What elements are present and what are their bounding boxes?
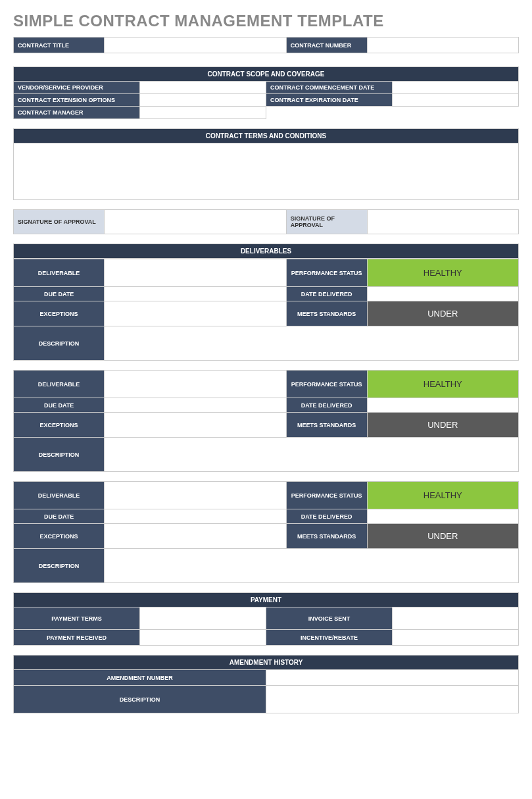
input-deliverable-3[interactable]	[105, 482, 286, 509]
label-expiration: CONTRACT EXPIRATION DATE	[266, 94, 393, 107]
value-standards-1[interactable]: UNDER	[367, 301, 518, 326]
label-vendor: VENDOR/SERVICE PROVIDER	[14, 82, 140, 94]
page-title: SIMPLE CONTRACT MANAGEMENT TEMPLATE	[13, 12, 519, 30]
label-contract-number: CONTRACT NUMBER	[286, 38, 367, 53]
input-due-3[interactable]	[105, 509, 286, 524]
deliverable-block-3: DELIVERABLE PERFORMANCE STATUS HEALTHY D…	[13, 481, 519, 583]
label-standards: MEETS STANDARDS	[286, 301, 367, 326]
input-signature-left[interactable]	[105, 210, 286, 234]
label-invoice-sent: INVOICE SENT	[266, 607, 393, 630]
input-description-1[interactable]	[105, 326, 519, 361]
label-payment-received: PAYMENT RECEIVED	[14, 630, 140, 646]
input-signature-right[interactable]	[367, 210, 518, 234]
input-due-1[interactable]	[105, 287, 286, 301]
label-performance: PERFORMANCE STATUS	[286, 259, 367, 287]
label-manager: CONTRACT MANAGER	[14, 107, 140, 119]
input-payment-received[interactable]	[140, 630, 266, 646]
label-extension: CONTRACT EXTENSION OPTIONS	[14, 94, 140, 107]
deliverable-block-1: DELIVERABLE PERFORMANCE STATUS HEALTHY D…	[13, 259, 519, 361]
label-due: DUE DATE	[14, 398, 105, 413]
deliverables-header-table: DELIVERABLES	[13, 244, 519, 259]
deliverables-header: DELIVERABLES	[14, 244, 519, 259]
input-delivered-3[interactable]	[367, 509, 518, 524]
input-exceptions-2[interactable]	[105, 413, 286, 438]
input-amendment-number[interactable]	[266, 670, 519, 686]
input-expiration[interactable]	[393, 94, 519, 107]
label-commencement: CONTRACT COMMENCEMENT DATE	[266, 82, 393, 94]
input-incentive[interactable]	[393, 630, 519, 646]
label-exceptions: EXCEPTIONS	[14, 413, 105, 438]
input-exceptions-3[interactable]	[105, 524, 286, 549]
label-contract-title: CONTRACT TITLE	[14, 38, 105, 53]
label-deliverable: DELIVERABLE	[14, 482, 105, 509]
terms-header: CONTRACT TERMS AND CONDITIONS	[14, 129, 519, 143]
label-delivered: DATE DELIVERED	[286, 398, 367, 413]
input-invoice-sent[interactable]	[393, 607, 519, 630]
scope-header: CONTRACT SCOPE AND COVERAGE	[14, 67, 519, 82]
contract-header-table: CONTRACT TITLE CONTRACT NUMBER	[13, 37, 519, 53]
label-performance: PERFORMANCE STATUS	[286, 482, 367, 509]
label-deliverable: DELIVERABLE	[14, 371, 105, 398]
signature-table: SIGNATURE OF APPROVAL SIGNATURE OF APPRO…	[13, 209, 519, 234]
label-incentive: INCENTIVE/REBATE	[266, 630, 393, 646]
label-exceptions: EXCEPTIONS	[14, 524, 105, 549]
label-description: DESCRIPTION	[14, 438, 105, 472]
label-description: DESCRIPTION	[14, 549, 105, 583]
input-description-3[interactable]	[105, 549, 519, 583]
input-delivered-1[interactable]	[367, 287, 518, 301]
label-performance: PERFORMANCE STATUS	[286, 371, 367, 398]
input-due-2[interactable]	[105, 398, 286, 413]
label-standards: MEETS STANDARDS	[286, 413, 367, 438]
label-payment-terms: PAYMENT TERMS	[14, 607, 140, 630]
label-due: DUE DATE	[14, 509, 105, 524]
scope-table: CONTRACT SCOPE AND COVERAGE VENDOR/SERVI…	[13, 66, 519, 119]
label-exceptions: EXCEPTIONS	[14, 301, 105, 326]
label-delivered: DATE DELIVERED	[286, 509, 367, 524]
input-amendment-description[interactable]	[266, 686, 519, 713]
deliverable-block-2: DELIVERABLE PERFORMANCE STATUS HEALTHY D…	[13, 370, 519, 472]
input-contract-number[interactable]	[367, 38, 518, 53]
value-performance-1[interactable]: HEALTHY	[367, 259, 518, 287]
terms-table: CONTRACT TERMS AND CONDITIONS	[13, 128, 519, 200]
amendment-table: AMENDMENT HISTORY AMENDMENT NUMBER DESCR…	[13, 655, 519, 713]
input-deliverable-1[interactable]	[105, 259, 286, 287]
input-delivered-2[interactable]	[367, 398, 518, 413]
input-terms[interactable]	[14, 143, 519, 200]
label-amendment-description: DESCRIPTION	[14, 686, 266, 713]
input-deliverable-2[interactable]	[105, 371, 286, 398]
label-description: DESCRIPTION	[14, 326, 105, 361]
value-standards-3[interactable]: UNDER	[367, 524, 518, 549]
label-delivered: DATE DELIVERED	[286, 287, 367, 301]
input-commencement[interactable]	[393, 82, 519, 94]
input-payment-terms[interactable]	[140, 607, 266, 630]
label-amendment-number: AMENDMENT NUMBER	[14, 670, 266, 686]
input-description-2[interactable]	[105, 438, 519, 472]
label-signature-right: SIGNATURE OF APPROVAL	[286, 210, 367, 234]
input-contract-title[interactable]	[105, 38, 286, 53]
input-extension[interactable]	[140, 94, 266, 107]
value-performance-3[interactable]: HEALTHY	[367, 482, 518, 509]
payment-header: PAYMENT	[14, 593, 519, 607]
label-deliverable: DELIVERABLE	[14, 259, 105, 287]
label-due: DUE DATE	[14, 287, 105, 301]
label-signature-left: SIGNATURE OF APPROVAL	[14, 210, 105, 234]
label-standards: MEETS STANDARDS	[286, 524, 367, 549]
input-exceptions-1[interactable]	[105, 301, 286, 326]
input-vendor[interactable]	[140, 82, 266, 94]
value-standards-2[interactable]: UNDER	[367, 413, 518, 438]
value-performance-2[interactable]: HEALTHY	[367, 371, 518, 398]
input-manager[interactable]	[140, 107, 266, 119]
amendment-header: AMENDMENT HISTORY	[14, 656, 519, 670]
payment-table: PAYMENT PAYMENT TERMS INVOICE SENT PAYME…	[13, 592, 519, 646]
